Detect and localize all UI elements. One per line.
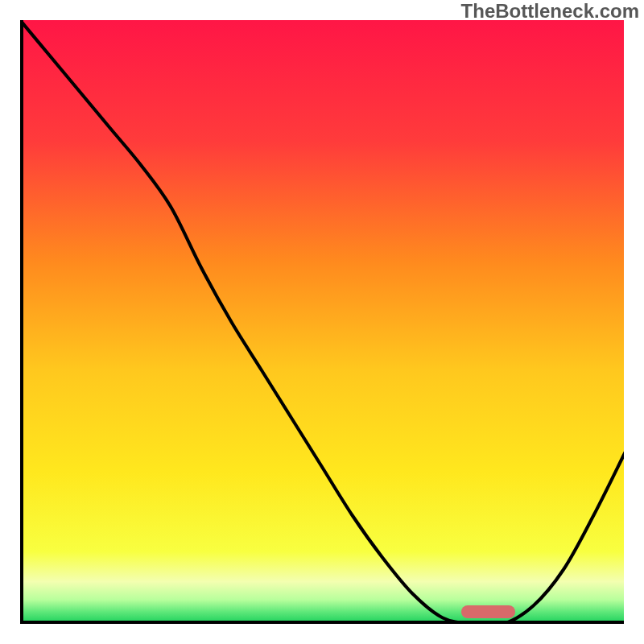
plot-area <box>20 20 624 624</box>
y-axis <box>20 20 23 624</box>
curve-layer <box>20 20 624 624</box>
bottleneck-curve-path <box>20 20 624 624</box>
optimum-marker <box>461 605 516 618</box>
bottleneck-chart: TheBottleneck.com <box>0 0 644 644</box>
x-axis <box>20 621 624 624</box>
watermark-text: TheBottleneck.com <box>461 0 639 23</box>
